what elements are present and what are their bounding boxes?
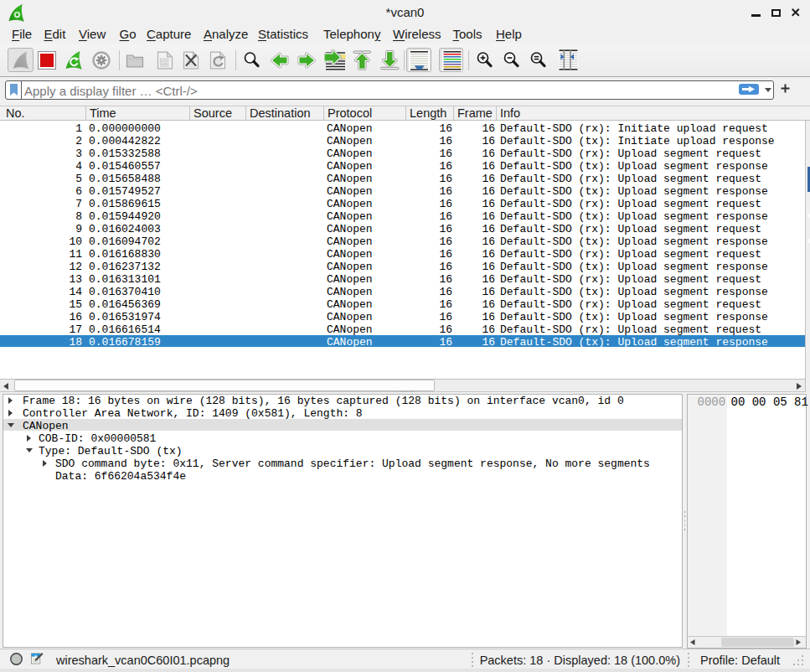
svg-text:0101: 0101 (160, 64, 169, 68)
